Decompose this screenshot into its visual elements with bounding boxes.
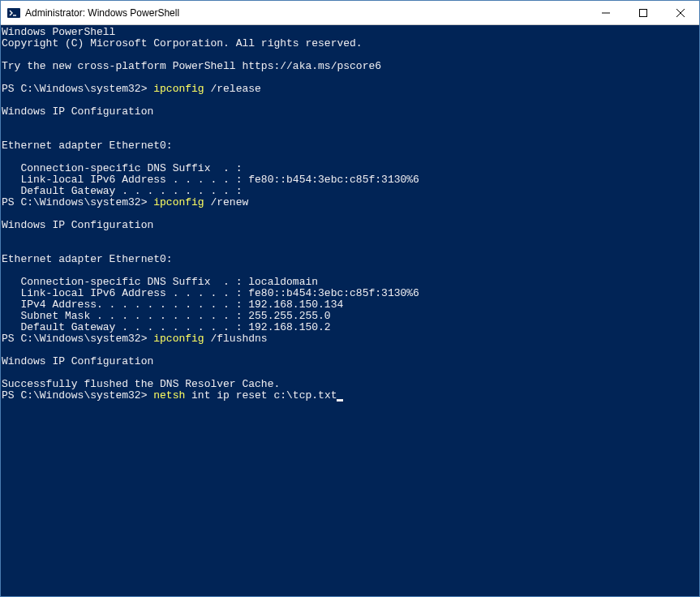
prompt: PS C:\Windows\system32> xyxy=(2,333,153,345)
command-text: ipconfig xyxy=(153,333,204,345)
terminal-line: Windows IP Configuration xyxy=(2,219,153,231)
terminal-line: Connection-specific DNS Suffix . : xyxy=(2,162,242,174)
prompt: PS C:\Windows\system32> xyxy=(2,196,153,208)
window-title: Administrator: Windows PowerShell xyxy=(25,7,587,19)
maximize-button[interactable] xyxy=(625,1,662,24)
cursor xyxy=(337,399,343,402)
powershell-window: Administrator: Windows PowerShell Window… xyxy=(0,0,700,597)
prompt: PS C:\Windows\system32> xyxy=(2,83,153,95)
command-args: /release xyxy=(204,83,261,95)
command-text: netsh xyxy=(153,389,185,402)
svg-rect-3 xyxy=(640,9,647,16)
terminal-line: Try the new cross-platform PowerShell ht… xyxy=(2,60,381,72)
minimize-button[interactable] xyxy=(587,1,625,24)
terminal-line: Windows IP Configuration xyxy=(2,355,153,367)
command-args: /flushdns xyxy=(204,333,268,345)
terminal-line: Link-local IPv6 Address . . . . . : fe80… xyxy=(2,174,419,186)
prompt: PS C:\Windows\system32> xyxy=(2,389,153,402)
terminal-line: Default Gateway . . . . . . . . . : 192.… xyxy=(2,321,331,333)
terminal-line: Link-local IPv6 Address . . . . . : fe80… xyxy=(2,287,419,299)
command-args: /renew xyxy=(204,196,249,208)
terminal-line: Ethernet adapter Ethernet0: xyxy=(2,253,173,265)
terminal-line: Windows IP Configuration xyxy=(2,105,153,118)
command-text: ipconfig xyxy=(153,196,204,208)
window-controls xyxy=(587,1,699,24)
terminal-line: Successfully flushed the DNS Resolver Ca… xyxy=(2,378,280,390)
terminal-line: Copyright (C) Microsoft Corporation. All… xyxy=(2,37,363,49)
terminal-body[interactable]: Windows PowerShell Copyright (C) Microso… xyxy=(1,25,699,596)
powershell-icon xyxy=(7,6,20,19)
terminal-line: Subnet Mask . . . . . . . . . . . : 255.… xyxy=(2,310,331,322)
terminal-line: Connection-specific DNS Suffix . : local… xyxy=(2,276,318,288)
terminal-line: Ethernet adapter Ethernet0: xyxy=(2,140,173,152)
terminal-line: IPv4 Address. . . . . . . . . . . : 192.… xyxy=(2,298,343,311)
close-button[interactable] xyxy=(662,1,699,24)
terminal-line: Default Gateway . . . . . . . . . : xyxy=(2,185,242,197)
command-args: int ip reset c:\tcp.txt xyxy=(185,389,337,402)
titlebar[interactable]: Administrator: Windows PowerShell xyxy=(1,1,699,25)
command-text: ipconfig xyxy=(153,83,204,95)
svg-rect-0 xyxy=(7,8,20,18)
terminal-line: Windows PowerShell xyxy=(2,26,115,38)
